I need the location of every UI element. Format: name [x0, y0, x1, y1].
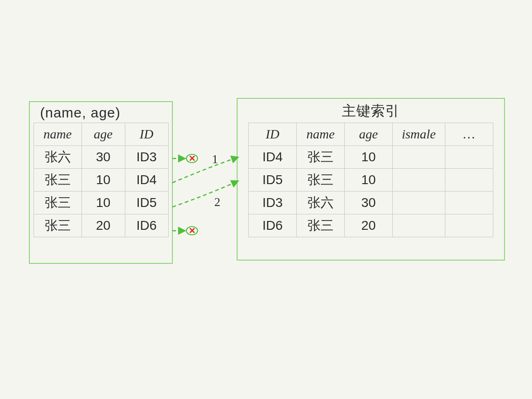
- cell-age: 20: [82, 214, 125, 237]
- cell-age: 30: [345, 192, 393, 214]
- lookup-arrow-2: [172, 181, 239, 207]
- cell-rest: [445, 192, 493, 214]
- lookup-arrow-1: [172, 157, 239, 183]
- col-age: age: [345, 123, 393, 146]
- cell-rest: [445, 146, 493, 169]
- table-row: ID5 张三 10: [249, 169, 493, 192]
- cell-id: ID5: [125, 192, 168, 214]
- cell-ismale: [393, 146, 445, 169]
- table-header-row: ID name age ismale …: [249, 123, 493, 146]
- cell-id: ID3: [249, 192, 297, 214]
- col-id: ID: [125, 123, 168, 146]
- col-age: age: [82, 123, 125, 146]
- secondary-index-table: name age ID 张六 30 ID3 张三 10 ID4 张三 10 ID…: [34, 123, 169, 237]
- cell-rest: [445, 169, 493, 192]
- table-row: ID6 张三 20: [249, 214, 493, 237]
- reject-circle-icon: [186, 227, 198, 235]
- cell-ismale: [393, 192, 445, 214]
- reject-x-icon: ✕: [189, 226, 196, 235]
- cell-id: ID6: [249, 214, 297, 237]
- cell-age: 30: [82, 146, 125, 169]
- cell-age: 10: [345, 169, 393, 192]
- diagram-canvas: (name, age) name age ID 张六 30 ID3 张三 10 …: [0, 0, 532, 399]
- cell-name: 张六: [34, 146, 82, 169]
- cell-id: ID5: [249, 169, 297, 192]
- arrow-label-1: 1: [212, 152, 218, 166]
- arrow-label-2: 2: [214, 195, 220, 209]
- cell-id: ID4: [125, 169, 168, 192]
- reject-circle-icon: [186, 154, 198, 163]
- col-id: ID: [249, 123, 297, 146]
- cell-name: 张三: [34, 192, 82, 214]
- table-row: 张三 10 ID4: [34, 169, 168, 192]
- table-row: 张三 10 ID5: [34, 192, 168, 214]
- col-name: name: [297, 123, 345, 146]
- cell-name: 张三: [297, 146, 345, 169]
- col-name: name: [34, 123, 82, 146]
- cell-id: ID3: [125, 146, 168, 169]
- cell-ismale: [393, 169, 445, 192]
- table-row: 张六 30 ID3: [34, 146, 168, 169]
- cell-name: 张三: [34, 214, 82, 237]
- table-row: ID4 张三 10: [249, 146, 493, 169]
- primary-index-box: 主键索引 ID name age ismale … ID4 张三 10 ID5 …: [237, 98, 505, 261]
- table-row: ID3 张六 30: [249, 192, 493, 214]
- cell-age: 10: [82, 192, 125, 214]
- table-row: 张三 20 ID6: [34, 214, 168, 237]
- cell-age: 10: [345, 146, 393, 169]
- cell-ismale: [393, 214, 445, 237]
- cell-id: ID6: [125, 214, 168, 237]
- col-ismale: ismale: [393, 123, 445, 146]
- table-header-row: name age ID: [34, 123, 168, 146]
- cell-name: 张三: [34, 169, 82, 192]
- cell-id: ID4: [249, 146, 297, 169]
- primary-index-table: ID name age ismale … ID4 张三 10 ID5 张三 10: [248, 123, 493, 237]
- col-rest: …: [445, 123, 493, 146]
- secondary-index-box: (name, age) name age ID 张六 30 ID3 张三 10 …: [29, 101, 173, 264]
- cell-name: 张三: [297, 169, 345, 192]
- reject-x-icon: ✕: [189, 154, 196, 163]
- cell-rest: [445, 214, 493, 237]
- secondary-index-title: (name, age): [30, 105, 172, 121]
- primary-index-title: 主键索引: [238, 102, 504, 121]
- cell-name: 张三: [297, 214, 345, 237]
- cell-age: 20: [345, 214, 393, 237]
- cell-age: 10: [82, 169, 125, 192]
- cell-name: 张六: [297, 192, 345, 214]
